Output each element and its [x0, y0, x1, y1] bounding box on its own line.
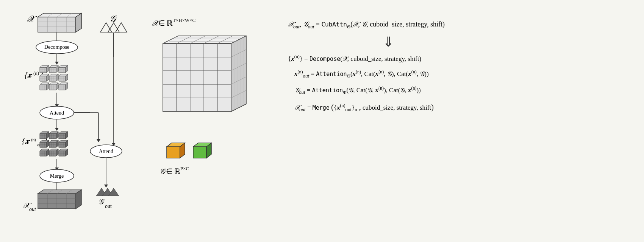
- equation-2: {x(n)} = Decompose(𝒳, cuboid_size, strat…: [288, 53, 629, 64]
- eq5-open-paren: (: [331, 103, 334, 111]
- eq4-close2: )): [416, 87, 420, 94]
- svg-marker-37: [40, 85, 47, 90]
- equation-5: 𝒳out = Merge ({x(n)out}n , cuboid_size, …: [288, 101, 629, 114]
- eq1-g: 𝒢: [361, 20, 366, 28]
- mid-title-exp: T×H×W×C: [173, 17, 195, 23]
- svg-marker-55: [40, 133, 47, 139]
- G-label: 𝒢: [109, 14, 117, 24]
- eq4-attention: Attention: [312, 87, 343, 94]
- eq2-n-sup: (n): [294, 54, 300, 59]
- eq5-n-sup: (n): [340, 103, 345, 108]
- eq1-gout: 𝒢: [303, 20, 308, 28]
- small-cube-12: [49, 65, 58, 73]
- eq2-args: (𝒳, cuboid_size, strategy, shift): [340, 55, 421, 62]
- attend-label: Attend: [50, 110, 64, 116]
- svg-marker-31: [59, 76, 66, 81]
- xout-n-sup: (n): [31, 137, 36, 142]
- eq4-n-sup: (n): [378, 85, 384, 91]
- svg-marker-19: [40, 76, 47, 81]
- eq3-comma-g: , 𝒢), Cat(: [384, 70, 408, 78]
- middle-svg: 𝒳 ∈ ℝ T×H×W×C: [148, 15, 269, 227]
- svg-marker-109: [167, 147, 180, 158]
- svg-marker-49: [59, 85, 66, 90]
- eq3-out-sub: out: [303, 73, 309, 79]
- eq3-xn3: x: [408, 70, 411, 78]
- eq5-open-brace: {: [334, 104, 337, 111]
- G-exp-label: P×C: [180, 166, 189, 171]
- main-container: 𝒳 Decompose: [4, 4, 640, 238]
- eq4-close: ), Cat(𝒢,: [384, 87, 408, 94]
- equation-3: x(n)out = AttentionΘ(x(n), Cat(x(n), 𝒢),…: [288, 68, 629, 80]
- svg-marker-7: [49, 67, 56, 73]
- xn-x-label: 𝒙: [27, 71, 33, 79]
- svg-marker-13: [59, 67, 66, 73]
- small-cube-13: [59, 65, 68, 73]
- svg-marker-0: [40, 67, 47, 73]
- middle-panel: 𝒳 ∈ ℝ T×H×W×C: [144, 11, 273, 231]
- small-cube-32: [49, 83, 58, 90]
- hollow-down-arrow: ⇓: [383, 35, 629, 49]
- eq3-comma1: , Cat(: [361, 70, 375, 78]
- mid-title-in: ∈ ℝ: [158, 19, 173, 27]
- svg-marker-97: [49, 151, 56, 156]
- eq3-xn: x: [353, 70, 356, 78]
- tensor-right-face: [231, 36, 246, 112]
- small-cube-33: [59, 83, 68, 90]
- Gout-sub: out: [105, 203, 112, 209]
- eq4-open: (𝒢, Cat(𝒢,: [347, 87, 375, 94]
- eq4-out-sub: out: [299, 89, 305, 95]
- eq1-xout-sub: out: [293, 24, 300, 29]
- right-panel: 𝒳out, 𝒢out = CubAttnΘ(𝒳, 𝒢, cuboid_size,…: [280, 11, 629, 118]
- eq2-close-brace: } =: [300, 55, 309, 62]
- xout-sub-label: out: [29, 206, 36, 212]
- svg-marker-91: [40, 151, 47, 156]
- x-label: 𝒳: [27, 14, 38, 24]
- xout-brace-open: {: [22, 137, 25, 145]
- eq5-close-paren-big: ,: [357, 103, 361, 111]
- small-cube-22: [49, 74, 58, 81]
- G-arrow-xn-head: [97, 139, 100, 142]
- eq5-close-paren: ): [431, 103, 434, 111]
- attend-G-label: Attend: [99, 149, 113, 154]
- merge-label: Merge: [50, 173, 64, 179]
- xn-n-label: (n): [33, 70, 39, 76]
- tensor-front-face: [163, 43, 231, 112]
- orange-cube: [167, 143, 185, 158]
- svg-marker-103: [59, 151, 66, 156]
- eq3-n-sup3: (n): [378, 69, 384, 74]
- eq1-comma1: ,: [300, 20, 303, 28]
- svg-marker-73: [40, 142, 47, 147]
- eq1-x: 𝒳: [353, 20, 358, 28]
- eq4-n-sup2: (n): [411, 85, 416, 91]
- eq1-xout: 𝒳: [288, 20, 293, 28]
- G-formula-label: 𝒢: [159, 167, 166, 175]
- eq3-close: , 𝒢)): [417, 70, 429, 78]
- eq5-merge: Merge: [313, 104, 330, 111]
- eq4-gout: 𝒢: [294, 87, 299, 94]
- flow-diagram-svg: 𝒳 Decompose: [15, 11, 136, 238]
- dark-cubes-cluster: [40, 132, 68, 156]
- eq1-rest: , cuboid_size, strategy, shift): [366, 20, 445, 28]
- xout-bold-x: 𝒙: [25, 137, 30, 145]
- small-cube-21: [40, 74, 49, 81]
- eq3-attention: Attention: [316, 71, 347, 78]
- eq2-decompose: Decompose: [309, 56, 340, 62]
- eq4-eq: =: [305, 87, 312, 94]
- G-in-label: ∈ ℝ: [166, 167, 180, 175]
- svg-marker-67: [59, 133, 66, 139]
- equation-4: 𝒢out = AttentionΦ(𝒢, Cat(𝒢, x(n)), Cat(𝒢…: [288, 85, 629, 96]
- svg-marker-85: [59, 142, 66, 147]
- svg-marker-61: [49, 133, 56, 139]
- eq3-x-bold: x: [294, 70, 298, 78]
- eq1-gout-sub: out: [308, 24, 314, 29]
- left-panel: 𝒳 Decompose: [15, 11, 136, 231]
- arrow2-head: [55, 62, 59, 65]
- eq5-rest: cuboid_size, strategy, shift: [361, 104, 431, 111]
- tri-outline-3: [116, 23, 127, 32]
- equation-1: 𝒳out, 𝒢out = CubAttnΘ(𝒳, 𝒢, cuboid_size,…: [288, 19, 629, 31]
- svg-marker-43: [49, 85, 56, 90]
- svg-marker-112: [193, 147, 206, 158]
- eq4-xn: x: [375, 87, 378, 94]
- tri-outline-2: [108, 23, 119, 32]
- Gout-label: 𝒢: [98, 197, 105, 206]
